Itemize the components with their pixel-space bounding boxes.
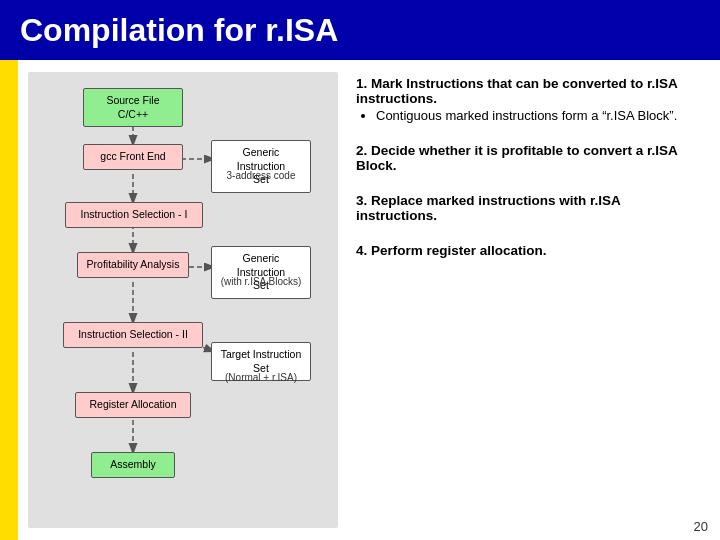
yellow-accent-bar xyxy=(0,60,18,540)
point-3: 3. Replace marked instructions with r.IS… xyxy=(356,193,702,223)
normal-risa-label: (Normal + r.ISA) xyxy=(211,372,311,383)
point-2-title: 2. Decide whether it is profitable to co… xyxy=(356,143,702,173)
main-content: Source File C/C++ gcc Front End Generic … xyxy=(0,60,720,540)
point-1-bullets: Contiguous marked instructions form a “r… xyxy=(376,108,702,123)
point-2: 2. Decide whether it is profitable to co… xyxy=(356,143,702,173)
diagram-panel: Source File C/C++ gcc Front End Generic … xyxy=(28,72,338,528)
source-node: Source File C/C++ xyxy=(83,88,183,127)
page-number: 20 xyxy=(694,519,708,534)
page-header: Compilation for r.ISA xyxy=(0,0,720,60)
point-1: 1. Mark Instructions that can be convert… xyxy=(356,76,702,123)
instr-sel2-node: Instruction Selection - II xyxy=(63,322,203,348)
point-4-title: 4. Perform register allocation. xyxy=(356,243,702,258)
instr-sel1-node: Instruction Selection - I xyxy=(65,202,203,228)
assembly-node: Assembly xyxy=(91,452,175,478)
three-addr-label: 3-address code xyxy=(211,170,311,181)
generic-is1-node: Generic InstructionSet xyxy=(211,140,311,193)
point-3-title: 3. Replace marked instructions with r.IS… xyxy=(356,193,702,223)
point-1-bullet-1: Contiguous marked instructions form a “r… xyxy=(376,108,702,123)
generic-is2-node: Generic InstructionSet xyxy=(211,246,311,299)
with-risa-label: (with r.ISA Blocks) xyxy=(211,276,311,287)
reg-alloc-node: Register Allocation xyxy=(75,392,191,418)
diagram-inner: Source File C/C++ gcc Front End Generic … xyxy=(43,84,323,516)
right-panel: 1. Mark Instructions that can be convert… xyxy=(338,60,720,540)
profitability-node: Profitability Analysis xyxy=(77,252,189,278)
gcc-frontend-node: gcc Front End xyxy=(83,144,183,170)
point-1-title: 1. Mark Instructions that can be convert… xyxy=(356,76,702,106)
page-title: Compilation for r.ISA xyxy=(20,12,338,49)
point-4: 4. Perform register allocation. xyxy=(356,243,702,258)
